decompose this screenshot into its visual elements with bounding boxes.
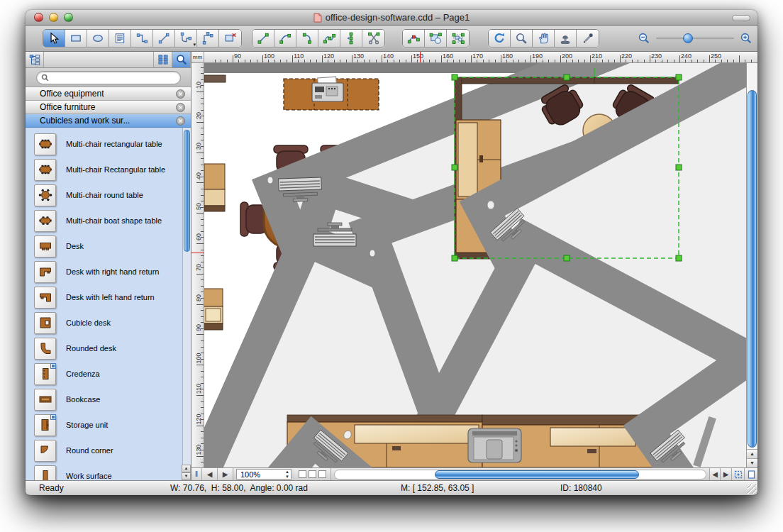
tool-ellipse-button[interactable] [87,30,109,47]
library-close-icon[interactable]: ✕ [176,89,185,99]
scroll-up-button[interactable]: ▲ [747,449,757,458]
left-cabinet-lower[interactable] [204,289,223,330]
library-header-1[interactable]: Office equipment✕ [26,87,191,101]
horizontal-scrollbar[interactable] [334,470,706,480]
list-item-rounded-desk[interactable]: Rounded desk [26,336,191,361]
prev-page-button[interactable]: ◀ [202,468,218,480]
tool-eyedropper-button[interactable] [577,30,599,47]
horizontal-ruler[interactable]: 9010011012013014015016017018019020021022… [204,52,757,63]
scroll-down-button[interactable]: ▼ [747,458,757,467]
cubicle-desk-icon[interactable] [34,312,56,334]
list-item-desk-left[interactable]: Desk with left hand return [26,284,191,310]
zoom-in-icon[interactable] [740,32,753,45]
tool-line-button[interactable] [252,30,274,47]
tool-tree-connector-button[interactable] [197,30,219,47]
tool-connector-button[interactable] [131,30,153,47]
titlebar[interactable]: office-design-software.cdd – Page1 [26,10,757,26]
desk-left-icon[interactable] [34,287,56,309]
desk-icon[interactable] [34,235,56,257]
tool-stamp-button[interactable] [555,30,577,47]
table-rect-icon[interactable] [34,133,56,155]
list-item-credenza[interactable]: Credenza [26,361,191,387]
tool-select-button[interactable] [43,30,65,47]
round-corner-icon[interactable] [34,440,56,462]
tool-scissors-button[interactable] [362,30,384,47]
tree-view-button[interactable] [26,52,44,67]
resize-grip[interactable] [748,484,757,494]
table-round-icon[interactable] [34,184,56,206]
zoom-level-box[interactable]: 100% ▲▼ [236,469,291,480]
selection-handle-n[interactable] [564,74,570,80]
sidebar-scroll-up-button[interactable]: ▲ [182,465,191,472]
selection-handle-se[interactable] [676,255,682,261]
dropdown-caret-icon[interactable]: ▾ [193,42,196,47]
selection-handle-sw[interactable] [452,255,457,261]
zoom-stepper[interactable]: ▲▼ [285,470,289,480]
list-item-table-boat[interactable]: Multi-chair boat shape table [26,208,191,233]
fit-page-icon[interactable] [745,468,757,480]
scroll-left-button[interactable]: ◀ [709,468,721,480]
search-field[interactable] [36,71,181,84]
tool-zoom-tool-button[interactable] [511,30,533,47]
tool-refresh-button[interactable] [489,30,511,47]
tool-combine-button[interactable] [425,30,447,47]
wall-stub-top-left[interactable] [204,75,226,82]
next-page-button[interactable]: ▶ [218,468,233,480]
work-surface-icon[interactable] [34,465,56,481]
storage-icon[interactable] [34,414,56,436]
library-header-3[interactable]: Cubicles and work sur...✕ [26,114,191,128]
horizontal-scrollbar-thumb[interactable] [435,470,639,479]
icons-view-button[interactable] [154,52,172,67]
toolbar-toggle-pill[interactable] [732,15,750,21]
fit-to-selection-icon[interactable] [732,468,745,480]
list-item-desk-right[interactable]: Desk with right hand return [26,259,191,284]
list-item-bookcase[interactable]: Bookcase [26,387,191,412]
list-item-table-round[interactable]: Multi-chair round table [26,182,191,208]
splitter-handle[interactable]: ‖ [191,468,202,480]
page-view-button-1[interactable] [299,470,306,478]
selection-handle-nw[interactable] [452,74,457,80]
left-cabinet-upper[interactable] [204,164,225,211]
fax-table[interactable] [284,77,379,110]
sidebar-scrollbar[interactable] [182,128,191,480]
sidebar-scroll-down-button[interactable]: ▼ [182,472,191,480]
close-button[interactable] [34,13,43,22]
selection-handle-ne[interactable] [676,74,682,80]
vertical-ruler[interactable]: 102030405060708090100110120130 [191,63,204,467]
bookcase-icon[interactable] [34,389,56,411]
scroll-right-button[interactable]: ▶ [721,468,732,480]
list-item-round-corner[interactable]: Round corner [26,438,191,463]
tool-group-button[interactable] [447,30,469,47]
tool-pan-hand-button[interactable] [533,30,555,47]
list-item-cubicle-desk[interactable]: Cubicle desk [26,310,191,336]
list-item-work-surface[interactable]: Work surface [26,463,191,480]
tool-rectangle-button[interactable] [65,30,87,47]
search-view-button[interactable] [172,52,191,67]
tool-insert-node-button[interactable] [340,30,362,47]
table-boat-icon[interactable] [34,210,56,232]
table-rect-icon[interactable] [34,159,56,181]
zoom-window-button[interactable] [64,13,73,22]
vertical-scrollbar[interactable]: ▲ ▼ [746,63,757,467]
desk-right-icon[interactable] [34,261,56,283]
tool-delete-shape-button[interactable] [219,30,241,47]
tool-smart-connector-button[interactable]: ▾ [175,30,197,47]
tool-bezier-button[interactable] [318,30,340,47]
selection-handle-w[interactable] [452,165,457,170]
list-item-storage[interactable]: Storage unit [26,412,191,438]
zoom-out-icon[interactable] [638,32,650,45]
library-close-icon[interactable]: ✕ [176,116,185,126]
tool-curve-button[interactable] [296,30,318,47]
tool-reshape-button[interactable] [403,30,425,47]
library-header-2[interactable]: Office furniture✕ [26,101,191,114]
library-close-icon[interactable]: ✕ [176,103,185,112]
vertical-scrollbar-thumb[interactable] [748,90,757,448]
tool-text-block-button[interactable] [109,30,131,47]
selection-handle-s[interactable] [564,255,570,261]
zoom-slider[interactable] [656,38,734,40]
search-input[interactable] [52,73,165,82]
page-view-button-2[interactable] [309,470,316,478]
list-item-table-rect[interactable]: Multi-chair rectangular table [26,131,191,157]
rounded-desk-icon[interactable] [34,338,56,360]
tool-line-connector-button[interactable] [153,30,175,47]
